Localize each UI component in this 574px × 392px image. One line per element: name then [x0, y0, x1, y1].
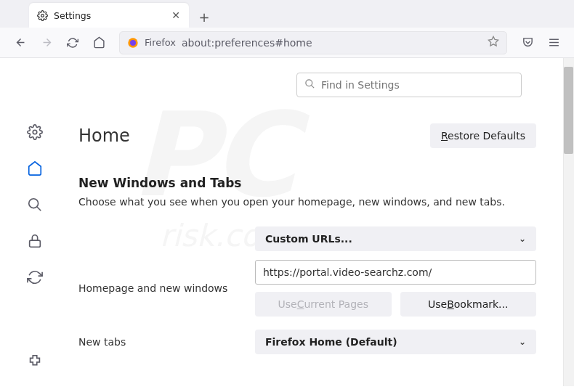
scrollbar-track[interactable] — [563, 58, 574, 386]
sidebar-general-icon[interactable] — [25, 122, 45, 142]
section-title: New Windows and Tabs — [78, 176, 552, 190]
newtabs-label: New tabs — [78, 336, 255, 348]
sidebar-search-icon[interactable] — [25, 195, 45, 215]
svg-line-12 — [37, 207, 41, 211]
section-subtitle: Choose what you see when you open your h… — [78, 196, 552, 208]
scrollbar-thumb[interactable] — [564, 67, 573, 154]
use-current-pages-button[interactable]: Use Current Pages — [255, 292, 392, 317]
settings-main: Home Restore Defaults New Windows and Ta… — [70, 58, 574, 386]
tab-strip: Settings ✕ + — [0, 0, 574, 28]
sidebar-sync-icon[interactable] — [25, 267, 45, 287]
url-text: about:preferences#home — [182, 37, 482, 49]
toolbar: Firefox about:preferences#home — [0, 28, 574, 58]
svg-point-14 — [306, 79, 312, 86]
use-bookmark-button[interactable]: Use Bookmark... — [400, 292, 537, 317]
forward-button[interactable] — [35, 31, 58, 54]
svg-point-10 — [33, 130, 37, 134]
sidebar-extensions-icon[interactable] — [25, 351, 45, 372]
content-area: Home Restore Defaults New Windows and Ta… — [0, 58, 574, 386]
homepage-url-input[interactable] — [255, 260, 536, 285]
chevron-down-icon: ⌄ — [519, 234, 526, 244]
close-tab-icon[interactable]: ✕ — [170, 9, 182, 21]
find-in-settings[interactable] — [296, 73, 522, 97]
restore-defaults-button[interactable]: Restore Defaults — [430, 123, 536, 148]
newtabs-mode-dropdown[interactable]: Firefox Home (Default) ⌄ — [255, 330, 536, 354]
gear-icon — [36, 9, 48, 21]
page-title: Home — [78, 126, 130, 146]
search-icon — [304, 78, 315, 92]
new-tab-button[interactable]: + — [193, 6, 215, 28]
sidebar-home-icon[interactable] — [25, 158, 45, 179]
url-bar[interactable]: Firefox about:preferences#home — [119, 31, 507, 54]
dropdown-label: Custom URLs... — [265, 233, 352, 245]
svg-line-15 — [311, 85, 314, 88]
chevron-down-icon: ⌄ — [519, 337, 526, 347]
svg-point-4 — [41, 14, 44, 17]
homepage-mode-dropdown[interactable]: Custom URLs... ⌄ — [255, 226, 536, 251]
sidebar-privacy-icon[interactable] — [25, 231, 45, 251]
tab-title: Settings — [54, 10, 170, 21]
reload-button[interactable] — [61, 31, 84, 54]
tab-settings[interactable]: Settings ✕ — [29, 3, 189, 28]
identity-label: Firefox — [145, 37, 176, 48]
firefox-logo-icon — [127, 37, 139, 49]
find-input[interactable] — [321, 79, 514, 91]
home-button[interactable] — [87, 31, 110, 54]
homepage-label: Homepage and new windows — [78, 282, 255, 294]
settings-sidebar — [0, 58, 70, 386]
app-menu-button[interactable] — [542, 31, 565, 54]
svg-point-6 — [130, 40, 136, 46]
svg-point-11 — [29, 199, 39, 208]
back-button[interactable] — [9, 31, 32, 54]
svg-rect-13 — [30, 240, 41, 247]
dropdown-label: Firefox Home (Default) — [265, 336, 397, 348]
save-to-pocket-icon[interactable] — [516, 31, 539, 54]
bookmark-star-icon[interactable] — [488, 36, 499, 50]
